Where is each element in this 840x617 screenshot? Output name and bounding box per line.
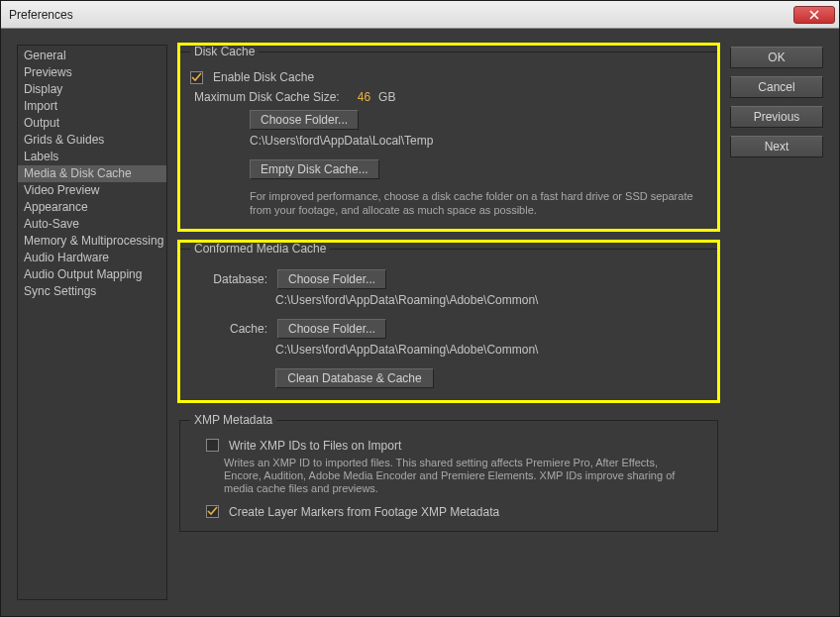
write-xmp-ids-checkbox[interactable] bbox=[206, 439, 219, 452]
next-button[interactable]: Next bbox=[730, 136, 823, 157]
database-label: Database: bbox=[190, 272, 267, 286]
settings-panel: Disk Cache Enable Disk Cache Maximum Dis… bbox=[179, 45, 718, 600]
sidebar-item-display[interactable]: Display bbox=[18, 81, 166, 98]
sidebar-item-audio-hardware[interactable]: Audio Hardware bbox=[18, 250, 166, 266]
window-title: Preferences bbox=[1, 8, 793, 22]
sidebar-item-import[interactable]: Import bbox=[18, 98, 166, 115]
dialog-button-column: OK Cancel Previous Next bbox=[730, 45, 823, 600]
check-icon bbox=[191, 72, 202, 83]
sidebar-item-grids-guides[interactable]: Grids & Guides bbox=[18, 132, 166, 149]
disk-cache-legend: Disk Cache bbox=[190, 45, 259, 58]
write-xmp-ids-label: Write XMP IDs to Files on Import bbox=[229, 439, 401, 453]
disk-cache-group: Disk Cache Enable Disk Cache Maximum Dis… bbox=[179, 45, 718, 230]
conformed-cache-legend: Conformed Media Cache bbox=[190, 242, 330, 256]
max-cache-size-unit: GB bbox=[378, 90, 395, 104]
xmp-metadata-group: XMP Metadata Write XMP IDs to Files on I… bbox=[179, 413, 718, 532]
sidebar-item-sync-settings[interactable]: Sync Settings bbox=[18, 283, 166, 300]
sidebar-item-labels[interactable]: Labels bbox=[18, 149, 166, 165]
dialog-body: GeneralPreviewsDisplayImportOutputGrids … bbox=[1, 29, 839, 616]
category-sidebar: GeneralPreviewsDisplayImportOutputGrids … bbox=[17, 45, 167, 600]
sidebar-item-audio-output-mapping[interactable]: Audio Output Mapping bbox=[18, 266, 166, 283]
database-choose-folder-button[interactable]: Choose Folder... bbox=[277, 269, 386, 289]
sidebar-item-previews[interactable]: Previews bbox=[18, 64, 166, 81]
database-path-row: C:\Users\ford\AppData\Roaming\Adobe\Comm… bbox=[190, 293, 707, 307]
sidebar-item-appearance[interactable]: Appearance bbox=[18, 199, 166, 216]
disk-cache-choose-folder-button[interactable]: Choose Folder... bbox=[250, 110, 359, 130]
enable-disk-cache-checkbox[interactable] bbox=[190, 71, 203, 84]
sidebar-item-media-disk-cache[interactable]: Media & Disk Cache bbox=[18, 165, 166, 182]
empty-disk-cache-button[interactable]: Empty Disk Cache... bbox=[250, 159, 379, 179]
check-icon bbox=[207, 506, 218, 517]
max-cache-size-label: Maximum Disk Cache Size: bbox=[194, 90, 340, 104]
cache-label: Cache: bbox=[190, 322, 267, 336]
ok-button[interactable]: OK bbox=[730, 47, 823, 68]
sidebar-item-general[interactable]: General bbox=[18, 48, 166, 64]
create-markers-row: Create Layer Markers from Footage XMP Me… bbox=[190, 505, 707, 519]
create-layer-markers-label: Create Layer Markers from Footage XMP Me… bbox=[229, 505, 499, 519]
sidebar-item-video-preview[interactable]: Video Preview bbox=[18, 182, 166, 199]
database-row: Database: Choose Folder... bbox=[190, 269, 707, 289]
close-icon bbox=[809, 10, 819, 20]
sidebar-item-output[interactable]: Output bbox=[18, 115, 166, 132]
max-cache-size-row: Maximum Disk Cache Size: 46 GB bbox=[190, 90, 707, 104]
clean-db-row: Clean Database & Cache bbox=[190, 368, 707, 388]
enable-disk-cache-row: Enable Disk Cache bbox=[190, 70, 707, 84]
write-xmp-ids-help: Writes an XMP ID to imported files. This… bbox=[190, 457, 707, 495]
xmp-legend: XMP Metadata bbox=[190, 413, 276, 427]
disk-cache-path: C:\Users\ford\AppData\Local\Temp bbox=[250, 134, 433, 148]
preferences-window: Preferences GeneralPreviewsDisplayImport… bbox=[0, 0, 840, 617]
sidebar-item-memory-multiprocessing[interactable]: Memory & Multiprocessing bbox=[18, 233, 166, 250]
previous-button[interactable]: Previous bbox=[730, 106, 823, 128]
disk-cache-choose-folder-row: Choose Folder... bbox=[190, 110, 707, 130]
write-xmp-row: Write XMP IDs to Files on Import bbox=[190, 439, 707, 453]
cache-path: C:\Users\ford\AppData\Roaming\Adobe\Comm… bbox=[275, 343, 538, 357]
conformed-cache-group: Conformed Media Cache Database: Choose F… bbox=[179, 242, 718, 401]
cancel-button[interactable]: Cancel bbox=[730, 76, 823, 98]
database-path: C:\Users\ford\AppData\Roaming\Adobe\Comm… bbox=[275, 293, 538, 307]
sidebar-item-auto-save[interactable]: Auto-Save bbox=[18, 216, 166, 233]
max-cache-size-value[interactable]: 46 bbox=[358, 90, 370, 104]
cache-choose-folder-button[interactable]: Choose Folder... bbox=[277, 319, 386, 339]
empty-disk-cache-row: Empty Disk Cache... bbox=[190, 159, 707, 179]
close-button[interactable] bbox=[793, 6, 835, 24]
cache-row: Cache: Choose Folder... bbox=[190, 319, 707, 339]
disk-cache-help: For improved performance, choose a disk … bbox=[190, 189, 707, 217]
cache-path-row: C:\Users\ford\AppData\Roaming\Adobe\Comm… bbox=[190, 343, 707, 357]
titlebar: Preferences bbox=[1, 1, 839, 29]
create-layer-markers-checkbox[interactable] bbox=[206, 505, 219, 518]
clean-database-cache-button[interactable]: Clean Database & Cache bbox=[275, 368, 434, 388]
disk-cache-path-row: C:\Users\ford\AppData\Local\Temp bbox=[190, 134, 707, 148]
enable-disk-cache-label: Enable Disk Cache bbox=[213, 70, 314, 84]
